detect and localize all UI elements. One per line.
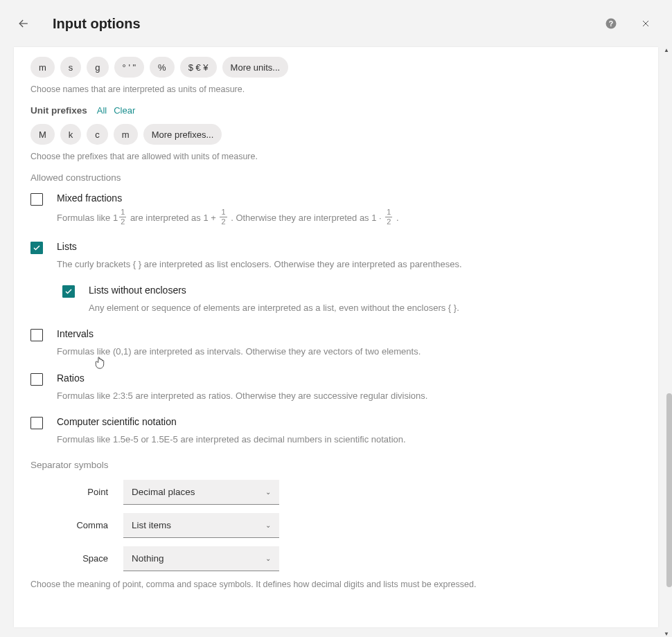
prefixes-label-row: Unit prefixes All Clear: [30, 105, 642, 116]
allowed-constructions-label: Allowed constructions: [30, 172, 642, 183]
lists-no-enclosers-label: Lists without enclosers: [89, 285, 186, 296]
prefixes-clear-link[interactable]: Clear: [114, 105, 135, 116]
sep-select-space[interactable]: Nothing ⌄: [123, 546, 279, 571]
unit-chip-s[interactable]: s: [60, 57, 82, 78]
dialog-header: Input options ?: [0, 0, 672, 47]
intervals-row: Intervals: [30, 328, 642, 341]
mixed-fractions-row: Mixed fractions: [30, 192, 642, 206]
lists-label: Lists: [57, 241, 77, 252]
help-button[interactable]: ?: [604, 17, 618, 30]
unit-chips: m s g ° ' " % $ € ¥ More units...: [30, 57, 642, 78]
sep-select-point-value: Decimal places: [132, 487, 195, 497]
unit-chip-g[interactable]: g: [87, 57, 108, 78]
prefix-chip-more[interactable]: More prefixes...: [143, 124, 222, 145]
unit-chip-more[interactable]: More units...: [222, 57, 289, 78]
svg-text:?: ?: [609, 19, 613, 28]
sep-row-space: Space Nothing ⌄: [60, 546, 642, 571]
unit-chip-percent[interactable]: %: [150, 57, 175, 78]
mixed-fractions-checkbox[interactable]: [30, 193, 43, 206]
dialog-title: Input options: [53, 16, 141, 32]
mixed-fractions-desc: Formulas like 112 are interpreted as 1 +…: [57, 210, 642, 227]
ratios-checkbox[interactable]: [30, 373, 43, 386]
ratios-row: Ratios: [30, 373, 642, 386]
csn-desc: Formulas like 1.5e-5 or 1.5E-5 are inter…: [57, 433, 642, 446]
arrow-left-icon: [17, 17, 30, 30]
prefix-chip-k[interactable]: k: [60, 124, 82, 145]
sep-label-point: Point: [60, 487, 108, 497]
lists-checkbox[interactable]: [30, 242, 43, 254]
help-icon: ?: [605, 17, 617, 30]
mixed-fractions-label: Mixed fractions: [57, 192, 122, 204]
sep-select-space-value: Nothing: [132, 553, 164, 564]
ratios-label: Ratios: [57, 373, 85, 384]
intervals-label: Intervals: [57, 328, 94, 339]
chevron-down-icon: ⌄: [265, 555, 271, 562]
back-button[interactable]: [17, 17, 30, 30]
unit-chip-m[interactable]: m: [30, 57, 55, 78]
close-icon: [640, 18, 651, 29]
chevron-down-icon: ⌄: [265, 488, 271, 496]
sep-label-comma: Comma: [60, 520, 108, 530]
lists-no-enclosers-desc: Any element or sequence of elements are …: [89, 302, 642, 314]
prefix-chip-m[interactable]: m: [114, 124, 138, 145]
chevron-down-icon: ⌄: [265, 521, 271, 529]
ratios-desc: Formulas like 2:3:5 are interpreted as r…: [57, 390, 642, 402]
prefix-chip-M[interactable]: M: [30, 124, 55, 145]
sep-select-comma[interactable]: List items ⌄: [123, 513, 279, 538]
csn-row: Computer scientific notation: [30, 416, 642, 429]
close-button[interactable]: [639, 17, 653, 30]
unit-chip-deg[interactable]: ° ' ": [114, 57, 145, 78]
unit-chip-currency[interactable]: $ € ¥: [180, 57, 217, 78]
scrollbar-thumb[interactable]: [666, 393, 672, 587]
separators-helper: Choose the meaning of point, comma and s…: [30, 580, 642, 589]
csn-label: Computer scientific notation: [57, 416, 177, 427]
sep-label-space: Space: [60, 553, 108, 564]
scroll-up-arrow-icon[interactable]: ▲: [664, 47, 669, 53]
vertical-scrollbar[interactable]: ▲ ▼: [662, 47, 672, 637]
intervals-desc: Formulas like (0,1) are interpreted as i…: [57, 346, 642, 358]
prefixes-all-link[interactable]: All: [97, 105, 107, 116]
lists-row: Lists: [30, 241, 642, 254]
sep-row-comma: Comma List items ⌄: [60, 513, 642, 538]
sep-select-point[interactable]: Decimal places ⌄: [123, 480, 279, 505]
prefix-chip-c[interactable]: c: [87, 124, 108, 145]
sep-select-comma-value: List items: [132, 520, 171, 530]
lists-no-enclosers-row: Lists without enclosers: [62, 285, 642, 298]
intervals-checkbox[interactable]: [30, 329, 43, 341]
prefix-chips: M k c m More prefixes...: [30, 124, 642, 145]
units-helper: Choose names that are interpreted as uni…: [30, 84, 642, 94]
sep-row-point: Point Decimal places ⌄: [60, 480, 642, 505]
lists-desc: The curly brackets { } are interpreted a…: [57, 258, 642, 271]
prefixes-helper: Choose the prefixes that are allowed wit…: [30, 152, 642, 161]
lists-no-enclosers-checkbox[interactable]: [62, 285, 75, 298]
cursor-pointer-icon: [94, 357, 106, 373]
dialog-panel: m s g ° ' " % $ € ¥ More units... Choose…: [14, 47, 658, 627]
csn-checkbox[interactable]: [30, 417, 43, 429]
scroll-down-arrow-icon[interactable]: ▼: [664, 631, 669, 637]
separator-symbols-label: Separator symbols: [30, 460, 642, 470]
prefixes-label: Unit prefixes: [30, 105, 87, 116]
